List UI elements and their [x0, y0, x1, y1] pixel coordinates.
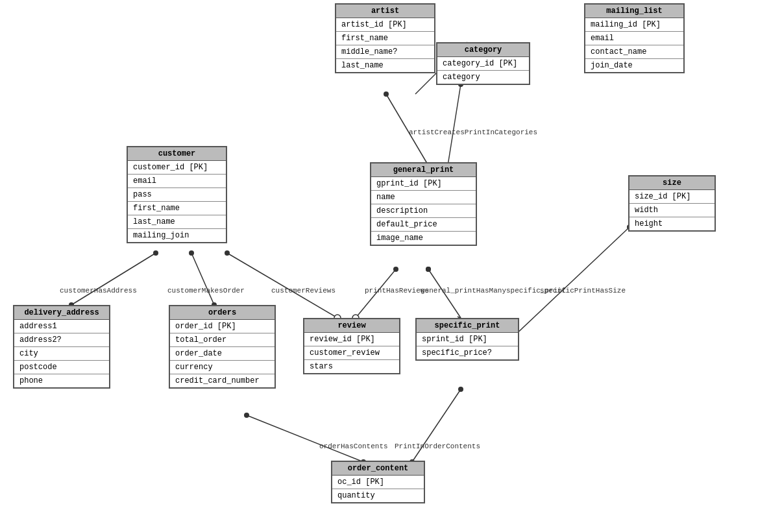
svg-point-8	[153, 250, 158, 256]
entity-delivery-address-header: delivery_address	[14, 306, 109, 320]
entity-size[interactable]: size size_id [PK] width height	[628, 175, 716, 232]
relation-customer-order: customerMakesOrder	[167, 287, 245, 295]
field-customer-firstname: first_name	[128, 202, 226, 215]
entity-general-print[interactable]: general_print gprint_id [PK] name descri…	[370, 162, 477, 246]
relation-print-order-contents: PrintInOrderContents	[395, 442, 480, 450]
entity-mailing-list-header: mailing_list	[585, 5, 683, 18]
field-order-date: order_date	[170, 347, 275, 361]
field-customer-id: customer_id [PK]	[128, 161, 226, 175]
field-postcode: postcode	[14, 361, 109, 374]
field-artist-lastname: last_name	[336, 59, 434, 72]
field-size-width: width	[629, 204, 715, 217]
entity-customer-header: customer	[128, 147, 226, 161]
entity-size-header: size	[629, 176, 715, 190]
svg-line-30	[412, 389, 461, 462]
entity-order-content-header: order_content	[332, 462, 424, 476]
field-credit-card: credit_card_number	[170, 374, 275, 387]
field-mailing-email: email	[585, 32, 683, 45]
field-city: city	[14, 347, 109, 361]
entity-customer[interactable]: customer customer_id [PK] email pass fir…	[127, 146, 227, 243]
field-artist-firstname: first_name	[336, 32, 434, 45]
svg-line-7	[71, 253, 156, 305]
relation-print-reviews: printHasReviews	[365, 287, 429, 295]
field-gprint-imagename: image_name	[371, 232, 476, 245]
field-customer-review: customer_review	[304, 346, 399, 360]
entity-category-header: category	[437, 43, 529, 57]
relation-customer-address: customerHasAddress	[60, 287, 137, 295]
field-gprint-name: name	[371, 191, 476, 204]
field-customer-lastname: last_name	[128, 215, 226, 229]
field-review-id: review_id [PK]	[304, 333, 399, 346]
field-mailing-id: mailing_id [PK]	[585, 18, 683, 32]
field-gprint-description: description	[371, 204, 476, 218]
field-address1: address1	[14, 320, 109, 333]
field-total-order: total_order	[170, 333, 275, 347]
field-currency: currency	[170, 361, 275, 374]
field-size-height: height	[629, 217, 715, 230]
entity-order-content[interactable]: order_content oc_id [PK] quantity	[331, 461, 425, 503]
field-gprint-id: gprint_id [PK]	[371, 177, 476, 191]
relation-specific-size: specificPrintHasSize	[540, 287, 626, 295]
erd-diagram: artist artist_id [PK] first_name middle_…	[0, 0, 782, 532]
entity-mailing-list[interactable]: mailing_list mailing_id [PK] email conta…	[584, 3, 685, 73]
field-mailing-contact: contact_name	[585, 45, 683, 59]
entity-specific-print-header: specific_print	[417, 319, 518, 333]
svg-line-27	[247, 415, 363, 462]
field-mailing-joindate: join_date	[585, 59, 683, 72]
svg-line-10	[191, 253, 214, 305]
field-customer-mailingjoin: mailing_join	[128, 229, 226, 242]
field-customer-email: email	[128, 175, 226, 188]
svg-point-14	[225, 250, 230, 256]
svg-point-31	[458, 387, 463, 392]
svg-point-11	[189, 250, 194, 256]
relation-customer-reviews: customerReviews	[271, 287, 336, 295]
entity-review[interactable]: review review_id [PK] customer_review st…	[303, 318, 400, 374]
svg-point-1	[384, 91, 389, 97]
field-gprint-defaultprice: default_price	[371, 218, 476, 232]
entity-specific-print[interactable]: specific_print sprint_id [PK] specific_p…	[415, 318, 519, 361]
entity-general-print-header: general_print	[371, 163, 476, 177]
field-address2: address2?	[14, 333, 109, 347]
field-customer-pass: pass	[128, 188, 226, 202]
field-phone: phone	[14, 374, 109, 387]
entity-orders-header: orders	[170, 306, 275, 320]
svg-point-17	[393, 267, 398, 272]
entity-artist-header: artist	[336, 5, 434, 18]
entity-review-header: review	[304, 319, 399, 333]
field-specific-price: specific_price?	[417, 346, 518, 359]
entity-orders[interactable]: orders order_id [PK] total_order order_d…	[169, 305, 276, 389]
svg-point-20	[426, 267, 431, 272]
field-artist-middlename: middle_name?	[336, 45, 434, 59]
svg-line-24	[513, 227, 629, 337]
svg-point-23	[426, 267, 431, 272]
relation-order-contents: orderHasContents	[319, 442, 388, 450]
connections-svg	[0, 0, 782, 532]
field-stars: stars	[304, 360, 399, 373]
relation-artist-creates: artistCreatesPrintInCategories	[409, 128, 537, 136]
field-category-id: category_id [PK]	[437, 57, 529, 71]
field-sprint-id: sprint_id [PK]	[417, 333, 518, 346]
field-order-id: order_id [PK]	[170, 320, 275, 333]
field-size-id: size_id [PK]	[629, 190, 715, 204]
field-quantity: quantity	[332, 489, 424, 502]
entity-category[interactable]: category category_id [PK] category	[436, 42, 530, 85]
field-artist-id: artist_id [PK]	[336, 18, 434, 32]
field-category-name: category	[437, 71, 529, 84]
field-oc-id: oc_id [PK]	[332, 476, 424, 489]
svg-point-28	[244, 413, 249, 418]
svg-line-3	[448, 84, 461, 165]
entity-delivery-address[interactable]: delivery_address address1 address2? city…	[13, 305, 110, 389]
entity-artist[interactable]: artist artist_id [PK] first_name middle_…	[335, 3, 435, 73]
